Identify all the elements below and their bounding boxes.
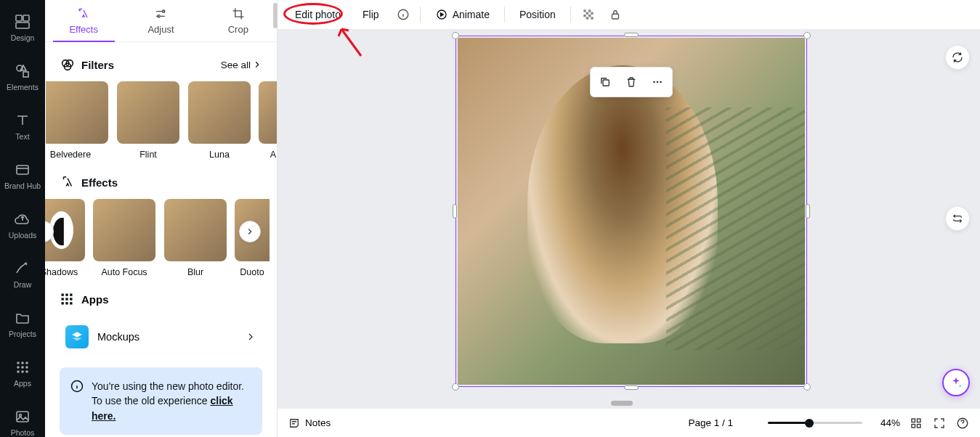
separator xyxy=(570,7,571,23)
svg-point-10 xyxy=(21,366,24,369)
effect-autofocus[interactable]: Auto Focus xyxy=(92,199,156,277)
rail-design[interactable]: Design xyxy=(0,6,45,49)
next-page-button[interactable] xyxy=(945,206,970,231)
svg-rect-5 xyxy=(17,166,28,174)
resize-handle-tr[interactable] xyxy=(803,32,811,39)
bottom-bar: Notes Page 1 / 1 44% xyxy=(278,408,980,437)
delete-button[interactable] xyxy=(621,72,641,92)
svg-rect-0 xyxy=(16,15,22,21)
page-indicator[interactable]: Page 1 / 1 xyxy=(688,417,733,428)
notes-button[interactable]: Notes xyxy=(288,417,331,430)
resize-handle-br[interactable] xyxy=(803,383,811,391)
separator xyxy=(420,7,421,23)
filters-icon xyxy=(60,57,76,73)
chevron-right-icon xyxy=(245,226,255,237)
svg-point-14 xyxy=(25,370,28,373)
transparency-button[interactable] xyxy=(578,4,599,25)
svg-rect-28 xyxy=(62,302,64,304)
svg-rect-23 xyxy=(65,294,68,296)
filter-luna[interactable]: Luna xyxy=(187,81,251,160)
fullscreen-button[interactable] xyxy=(932,416,947,430)
separator xyxy=(504,7,505,23)
rail-text[interactable]: Text xyxy=(0,105,45,148)
chevron-left-icon xyxy=(45,226,48,237)
svg-point-17 xyxy=(163,10,165,12)
canvas[interactable] xyxy=(278,29,980,408)
tab-adjust[interactable]: Adjust xyxy=(122,0,199,41)
resize-handle-l[interactable] xyxy=(453,204,457,218)
svg-point-11 xyxy=(25,366,28,369)
chevron-right-icon xyxy=(252,60,262,70)
rail-draw[interactable]: Draw xyxy=(0,253,45,296)
info-button[interactable] xyxy=(394,5,413,24)
expand-icon xyxy=(933,417,946,430)
edit-tabs: Effects Adjust Crop xyxy=(45,0,277,42)
svg-point-12 xyxy=(17,370,20,373)
filter-4[interactable]: A xyxy=(259,81,277,160)
effects-next[interactable] xyxy=(239,221,261,242)
svg-rect-4 xyxy=(23,72,28,77)
duplicate-button[interactable] xyxy=(595,72,615,92)
scroll-thumb[interactable] xyxy=(611,401,633,406)
lock-icon xyxy=(609,8,622,21)
canvas-h-scrollbar[interactable] xyxy=(278,401,973,408)
svg-rect-1 xyxy=(23,15,29,21)
rail-uploads[interactable]: Uploads xyxy=(0,203,45,247)
more-icon xyxy=(651,75,664,89)
resize-handle-bl[interactable] xyxy=(452,383,459,391)
tab-crop[interactable]: Crop xyxy=(200,0,277,41)
rail-brand-hub[interactable]: Brand Hub xyxy=(0,154,45,197)
svg-point-8 xyxy=(25,362,28,364)
sparkle-icon xyxy=(949,375,963,390)
info-icon xyxy=(397,8,410,21)
svg-rect-24 xyxy=(70,294,72,296)
filters-see-all[interactable]: See all xyxy=(221,60,262,70)
animate-button[interactable]: Animate xyxy=(428,4,497,25)
svg-rect-41 xyxy=(591,17,593,19)
rail-elements[interactable]: Elements xyxy=(0,55,45,99)
sync-icon xyxy=(952,213,963,224)
svg-rect-30 xyxy=(70,302,72,304)
resize-handle-r[interactable] xyxy=(806,204,810,218)
effect-blur[interactable]: Blur xyxy=(163,199,227,277)
svg-rect-29 xyxy=(65,302,68,304)
svg-rect-43 xyxy=(603,80,609,86)
svg-point-6 xyxy=(17,362,20,364)
filter-flint[interactable]: Flint xyxy=(116,81,180,160)
resize-handle-tl[interactable] xyxy=(452,32,459,39)
resize-handle-b[interactable] xyxy=(624,385,639,390)
rail-apps[interactable]: Apps xyxy=(0,351,45,395)
grid-view-button[interactable] xyxy=(909,416,923,430)
zoom-slider[interactable] xyxy=(768,422,862,424)
svg-rect-27 xyxy=(70,298,72,300)
flip-button[interactable]: Flip xyxy=(355,4,386,25)
tab-effects[interactable]: Effects xyxy=(45,0,122,41)
svg-rect-38 xyxy=(583,15,586,17)
filters-title: Filters xyxy=(60,57,114,73)
resize-handle-t[interactable] xyxy=(624,33,639,37)
magic-button[interactable] xyxy=(942,369,970,396)
regenerate-button[interactable] xyxy=(945,45,970,70)
more-button[interactable] xyxy=(647,72,668,92)
rail-projects[interactable]: Projects xyxy=(0,302,45,346)
zoom-knob[interactable] xyxy=(805,419,814,428)
grid-icon xyxy=(910,417,923,430)
canvas-page xyxy=(458,38,805,385)
edit-photo-button[interactable]: Edit photo xyxy=(288,4,348,25)
svg-rect-26 xyxy=(65,298,68,300)
position-button[interactable]: Position xyxy=(512,4,563,25)
rail-photos[interactable]: Photos xyxy=(0,401,45,437)
app-mockups[interactable]: Mockups xyxy=(60,318,262,356)
filter-belvedere[interactable]: Belvedere xyxy=(45,81,109,160)
help-button[interactable] xyxy=(955,416,970,430)
svg-rect-50 xyxy=(918,424,921,428)
svg-rect-36 xyxy=(586,12,588,15)
panel-scroll[interactable]: Filters See all Belvedere Flint Luna A E… xyxy=(45,42,277,437)
svg-rect-47 xyxy=(912,419,915,422)
new-editor-notice: You're using the new photo editor. To us… xyxy=(60,367,262,435)
apps-icon xyxy=(60,292,74,306)
zoom-value[interactable]: 44% xyxy=(871,417,900,428)
lock-button[interactable] xyxy=(606,5,625,24)
svg-rect-37 xyxy=(591,12,593,15)
svg-point-7 xyxy=(21,362,24,364)
